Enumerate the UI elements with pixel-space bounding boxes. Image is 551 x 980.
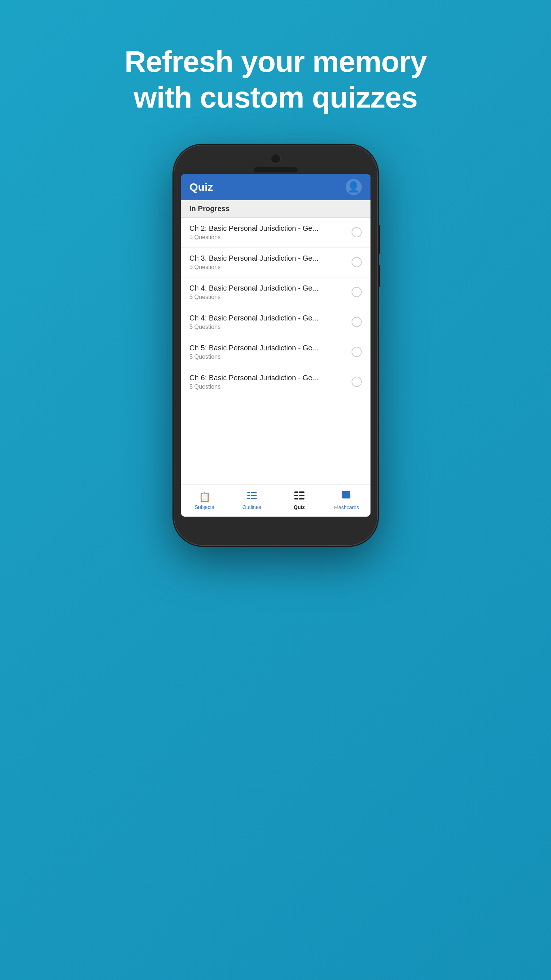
svg-rect-11 bbox=[298, 498, 299, 500]
list-item-title: Ch 4: Basic Personal Jurisdiction - Ge..… bbox=[190, 314, 347, 322]
list-item-content: Ch 4: Basic Personal Jurisdiction - Ge..… bbox=[190, 314, 347, 330]
flashcards-icon bbox=[342, 491, 352, 503]
phone-camera bbox=[271, 153, 281, 164]
quiz-list-item[interactable]: Ch 6: Basic Personal Jurisdiction - Ge..… bbox=[181, 367, 371, 397]
list-item-content: Ch 2: Basic Personal Jurisdiction - Ge..… bbox=[190, 224, 347, 240]
list-item-content: Ch 6: Basic Personal Jurisdiction - Ge..… bbox=[190, 374, 347, 390]
phone-shell: Quiz 👤 In Progress Ch 2: Basic Personal … bbox=[174, 145, 378, 546]
outlines-icon bbox=[247, 492, 257, 503]
quiz-list: Ch 2: Basic Personal Jurisdiction - Ge..… bbox=[181, 218, 371, 485]
list-item-title: Ch 3: Basic Personal Jurisdiction - Ge..… bbox=[190, 254, 347, 262]
hero-heading: Refresh your memory with custom quizzes bbox=[95, 44, 456, 116]
list-item-subtitle: 5 Questions bbox=[190, 383, 347, 390]
quiz-list-item[interactable]: Ch 2: Basic Personal Jurisdiction - Ge..… bbox=[181, 218, 371, 248]
phone-power-button bbox=[378, 265, 380, 287]
svg-rect-3 bbox=[251, 495, 257, 496]
list-item-title: Ch 6: Basic Personal Jurisdiction - Ge..… bbox=[190, 374, 347, 382]
section-header: In Progress bbox=[181, 200, 371, 218]
flashcards-label: Flashcards bbox=[334, 504, 359, 511]
svg-rect-10 bbox=[298, 495, 299, 496]
radio-button[interactable] bbox=[352, 347, 362, 357]
list-item-subtitle: 5 Questions bbox=[190, 234, 347, 240]
outlines-label: Outlines bbox=[242, 504, 261, 510]
quiz-list-item[interactable]: Ch 3: Basic Personal Jurisdiction - Ge..… bbox=[181, 248, 371, 277]
subjects-label: Subjects bbox=[195, 504, 214, 510]
list-item-title: Ch 4: Basic Personal Jurisdiction - Ge..… bbox=[190, 284, 347, 293]
radio-button[interactable] bbox=[352, 287, 362, 297]
list-item-content: Ch 5: Basic Personal Jurisdiction - Ge..… bbox=[190, 344, 347, 360]
phone-screen: Quiz 👤 In Progress Ch 2: Basic Personal … bbox=[181, 174, 371, 517]
section-title: In Progress bbox=[190, 205, 230, 213]
quiz-list-item[interactable]: Ch 4: Basic Personal Jurisdiction - Ge..… bbox=[181, 277, 371, 307]
list-item-content: Ch 4: Basic Personal Jurisdiction - Ge..… bbox=[190, 284, 347, 301]
nav-subjects[interactable]: 📋 Subjects bbox=[181, 492, 228, 510]
nav-flashcards[interactable]: Flashcards bbox=[323, 491, 371, 511]
nav-outlines[interactable]: Outlines bbox=[228, 492, 276, 510]
list-item-subtitle: 5 Questions bbox=[190, 354, 347, 360]
nav-quiz[interactable]: Quiz bbox=[276, 492, 323, 510]
subjects-icon: 📋 bbox=[199, 492, 210, 503]
bottom-navigation: 📋 Subjects Outlines bbox=[181, 485, 371, 517]
list-item-title: Ch 5: Basic Personal Jurisdiction - Ge..… bbox=[190, 344, 347, 352]
svg-rect-13 bbox=[342, 491, 350, 498]
phone-volume-button bbox=[378, 225, 380, 254]
app-bar: Quiz 👤 bbox=[181, 174, 371, 200]
phone-mockup: Quiz 👤 In Progress Ch 2: Basic Personal … bbox=[174, 145, 378, 546]
quiz-list-item[interactable]: Ch 5: Basic Personal Jurisdiction - Ge..… bbox=[181, 337, 371, 367]
list-item-subtitle: 5 Questions bbox=[190, 264, 347, 270]
radio-button[interactable] bbox=[352, 227, 362, 237]
radio-button[interactable] bbox=[352, 377, 362, 387]
svg-rect-9 bbox=[298, 492, 299, 493]
radio-button[interactable] bbox=[352, 317, 362, 327]
phone-speaker bbox=[254, 167, 298, 172]
quiz-list-item[interactable]: Ch 4: Basic Personal Jurisdiction - Ge..… bbox=[181, 307, 371, 337]
list-item-content: Ch 3: Basic Personal Jurisdiction - Ge..… bbox=[190, 254, 347, 270]
svg-rect-4 bbox=[247, 498, 250, 499]
app-title: Quiz bbox=[190, 181, 213, 193]
list-item-subtitle: 5 Questions bbox=[190, 324, 347, 330]
svg-rect-1 bbox=[251, 492, 257, 493]
profile-avatar[interactable]: 👤 bbox=[346, 179, 362, 195]
quiz-label: Quiz bbox=[293, 504, 304, 510]
quiz-icon bbox=[294, 492, 304, 503]
radio-button[interactable] bbox=[352, 257, 362, 267]
svg-rect-2 bbox=[247, 495, 250, 496]
list-item-subtitle: 5 Questions bbox=[190, 294, 347, 301]
svg-rect-0 bbox=[247, 492, 250, 493]
account-icon: 👤 bbox=[347, 181, 360, 193]
svg-rect-5 bbox=[251, 498, 257, 499]
list-item-title: Ch 2: Basic Personal Jurisdiction - Ge..… bbox=[190, 224, 347, 232]
